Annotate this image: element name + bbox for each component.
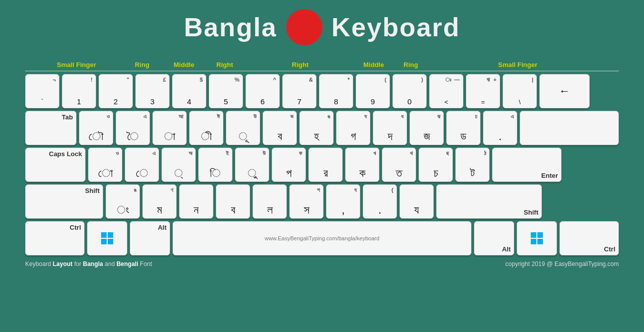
- key-j[interactable]: র: [308, 148, 343, 182]
- alt-right-key[interactable]: Alt: [474, 221, 514, 255]
- header-title-left: Bangla: [184, 12, 277, 42]
- key-e[interactable]: আ া: [152, 111, 187, 145]
- bangladesh-flag-circle: [286, 9, 323, 45]
- keyboard: ¬ ` ! 1 " 2 £ 3 $ 4 % 5: [25, 74, 619, 255]
- key-k[interactable]: খ ক: [345, 148, 379, 182]
- header: Bangla Keyboard: [184, 9, 460, 45]
- backspace-key[interactable]: ←: [539, 74, 590, 108]
- number-row: ¬ ` ! 1 " 2 £ 3 $ 4 % 5: [25, 74, 619, 108]
- key-6[interactable]: ^ 6: [246, 74, 280, 108]
- shift-right-key[interactable]: Shift: [436, 184, 542, 219]
- key-semicolon[interactable]: ছ চ: [419, 148, 453, 182]
- svg-rect-0: [101, 232, 107, 238]
- key-u[interactable]: ঙ হ: [299, 111, 334, 145]
- key-y[interactable]: ভ ব: [263, 111, 297, 145]
- key-0[interactable]: ) 0: [392, 74, 427, 108]
- svg-rect-7: [537, 239, 543, 244]
- key-h[interactable]: ফ প: [272, 148, 306, 182]
- key-8[interactable]: * 8: [319, 74, 353, 108]
- shift-left-key[interactable]: Shift: [25, 184, 103, 219]
- key-l[interactable]: থ ত: [382, 148, 416, 182]
- key-z[interactable]: ঙ ং: [106, 184, 140, 219]
- svg-rect-3: [108, 239, 113, 244]
- key-s[interactable]: এ ে: [125, 148, 159, 182]
- key-q[interactable]: ও ৌ: [79, 111, 113, 145]
- key-2[interactable]: " 2: [99, 74, 133, 108]
- win-left-key[interactable]: [87, 221, 127, 255]
- finger-label-ring-right: Ring: [404, 61, 418, 69]
- finger-divider-line: [25, 71, 619, 72]
- finger-label-middle-right: Middle: [363, 61, 384, 69]
- caps-lock-label: Caps Lock: [49, 150, 82, 158]
- key-rbracket[interactable]: এ .: [483, 111, 517, 145]
- key-4[interactable]: $ 4: [172, 74, 206, 108]
- key-b[interactable]: ল: [253, 184, 287, 219]
- shift-right-label: Shift: [524, 209, 538, 216]
- space-key[interactable]: www.EasyBengaliTyping.com/bangla/keyboar…: [173, 221, 471, 255]
- key-backtick[interactable]: ¬ `: [25, 74, 59, 108]
- ctrl-left-key[interactable]: Ctrl: [25, 221, 85, 255]
- key-c[interactable]: ন: [179, 184, 213, 219]
- key-7[interactable]: & 7: [282, 74, 316, 108]
- key-n[interactable]: শ স: [289, 184, 324, 219]
- key-g[interactable]: উ ু: [235, 148, 269, 182]
- key-w[interactable]: এ ৈ: [116, 111, 150, 145]
- tab-label: Tab: [62, 113, 73, 121]
- alt-left-key[interactable]: Alt: [130, 221, 170, 255]
- key-lbracket[interactable]: ঢ ড: [446, 111, 480, 145]
- keyboard-container: Small Finger Ring Middle Right Right Mid…: [25, 54, 619, 255]
- finger-label-ring-left: Ring: [135, 61, 149, 69]
- header-title-right: Keyboard: [332, 12, 460, 42]
- key-tab-end[interactable]: [520, 111, 619, 145]
- key-5[interactable]: % 5: [209, 74, 243, 108]
- caps-lock-key[interactable]: Caps Lock: [25, 148, 86, 182]
- caps-row: Caps Lock ও ো এ ে অ ্ ই ি উ ু: [25, 148, 619, 182]
- key-x[interactable]: ণ ম: [142, 184, 177, 219]
- ctrl-right-key[interactable]: Ctrl: [559, 221, 619, 255]
- key-3[interactable]: £ 3: [135, 74, 170, 108]
- windows-logo-icon: [100, 231, 114, 245]
- bottom-row: Ctrl Alt www.EasyBengaliTyping.com/bangl…: [25, 221, 619, 255]
- key-minus[interactable]: ঃ — <: [429, 74, 463, 108]
- finger-labels-row: Small Finger Ring Middle Right Right Mid…: [25, 54, 619, 69]
- key-a[interactable]: ও ো: [88, 148, 122, 182]
- shift-row: Shift ঙ ং ণ ম ন ব ল শ: [25, 184, 619, 219]
- finger-label-middle-left: Middle: [174, 61, 194, 69]
- key-d[interactable]: অ ্: [162, 148, 196, 182]
- footer-left: Keyboard Layout for Bangla and Bengali F…: [25, 260, 152, 268]
- finger-label-small-finger-right: Small Finger: [498, 61, 537, 69]
- footer-right: copyright 2019 @ EasyBengaliTyping.com: [505, 260, 619, 268]
- win-right-key[interactable]: [517, 221, 557, 255]
- key-t[interactable]: উ ূ: [226, 111, 260, 145]
- key-9[interactable]: ( 9: [356, 74, 390, 108]
- ctrl-left-label: Ctrl: [70, 224, 81, 231]
- svg-rect-2: [101, 239, 107, 244]
- key-equals[interactable]: ঋ + =: [466, 74, 500, 108]
- key-pipe[interactable]: | \: [503, 74, 537, 108]
- key-i[interactable]: ঘ গ: [336, 111, 370, 145]
- enter-key[interactable]: Enter: [492, 148, 561, 182]
- finger-label-right-right: Right: [292, 61, 308, 69]
- key-1[interactable]: ! 1: [62, 74, 96, 108]
- space-url: www.EasyBengaliTyping.com/bangla/keyboar…: [265, 235, 379, 241]
- svg-rect-5: [537, 232, 543, 238]
- key-p[interactable]: ঝ জ: [410, 111, 444, 145]
- svg-rect-6: [531, 239, 536, 244]
- tab-key[interactable]: Tab: [25, 111, 76, 145]
- key-m[interactable]: য ,: [326, 184, 360, 219]
- footer: Keyboard Layout for Bangla and Bengali F…: [25, 260, 619, 268]
- key-o[interactable]: ধ দ: [373, 111, 407, 145]
- key-comma[interactable]: { .: [363, 184, 397, 219]
- alt-right-label: Alt: [502, 245, 511, 253]
- key-quote[interactable]: ঠ ট: [455, 148, 490, 182]
- key-v[interactable]: ব: [216, 184, 250, 219]
- alt-left-label: Alt: [158, 224, 167, 231]
- enter-label: Enter: [541, 172, 558, 179]
- key-period[interactable]: য: [399, 184, 434, 219]
- svg-rect-1: [108, 232, 113, 238]
- windows-logo-right-icon: [530, 231, 544, 245]
- key-r[interactable]: ঈ ী: [189, 111, 223, 145]
- finger-label-small-finger-left: Small Finger: [57, 61, 96, 69]
- key-f[interactable]: ই ি: [198, 148, 232, 182]
- tab-row: Tab ও ৌ এ ৈ আ া ঈ ী উ ূ ভ: [25, 111, 619, 145]
